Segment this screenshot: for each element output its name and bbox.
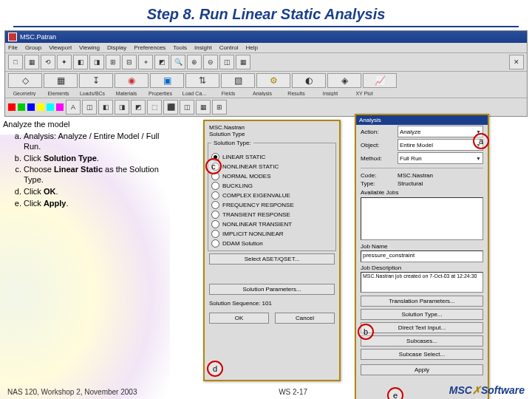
solution-type-option[interactable]: TRANSIENT RESPONSE	[211, 210, 332, 219]
tool-button[interactable]: □	[8, 55, 23, 69]
color-swatch[interactable]	[8, 103, 16, 111]
tool-button[interactable]: ◩	[131, 100, 146, 115]
solution-parameters-button[interactable]: Solution Parameters...	[209, 284, 335, 295]
solution-type-option[interactable]: FREQUENCY RESPONSE	[211, 200, 332, 210]
tool-button[interactable]: ◧	[98, 100, 113, 115]
instruction-item: Click OK.	[24, 187, 173, 197]
tool-button[interactable]: ◨	[115, 100, 129, 115]
instructions: Analyze the model Analysis: Analyze / En…	[3, 120, 173, 211]
ok-button[interactable]: OK	[209, 313, 269, 324]
tab-results[interactable]: ◐	[292, 73, 326, 88]
tool-button[interactable]: ◩	[154, 55, 169, 69]
menu-item[interactable]: Group	[25, 44, 41, 51]
color-swatch[interactable]	[37, 103, 44, 111]
subcases-button[interactable]: Subcases...	[361, 335, 483, 347]
tab-label: Analysis	[246, 91, 279, 96]
action-dropdown[interactable]: Analyze▼	[398, 126, 483, 137]
tool-button[interactable]: ⌖	[138, 55, 153, 69]
direct-text-button[interactable]: Direct Text Input...	[361, 322, 483, 333]
object-dropdown[interactable]: Entire Model▼	[398, 139, 483, 151]
solution-type-option[interactable]: DDAM Solution	[211, 239, 332, 248]
tool-button[interactable]: ▦	[196, 100, 211, 115]
radio-label: NONLINEAR STATIC	[222, 163, 279, 170]
tab-materials[interactable]: ◉	[115, 73, 149, 88]
radio-label: IMPLICIT NONLINEAR	[222, 231, 284, 237]
tool-button[interactable]: 🔍	[171, 55, 185, 69]
tool-button[interactable]: ◧	[73, 55, 88, 69]
tab-label: Results	[280, 91, 313, 96]
menu-item[interactable]: Control	[219, 44, 239, 51]
menu-item[interactable]: Tools	[173, 44, 187, 51]
menu-item[interactable]: Viewing	[79, 44, 100, 51]
menu-item[interactable]: File	[8, 44, 18, 51]
tab-label: Geometry	[8, 91, 41, 96]
jobname-input[interactable]: pressure_constraint	[361, 250, 483, 262]
tab-analysis[interactable]: ⚙	[256, 73, 290, 88]
solution-type-option[interactable]: NONLINEAR STATIC	[211, 162, 332, 171]
tab-label: Fields	[212, 91, 245, 96]
cancel-button[interactable]: Cancel	[275, 313, 335, 324]
solution-type-option[interactable]: COMPLEX EIGENVALUE	[211, 191, 332, 200]
tab-loads[interactable]: ↧	[79, 73, 113, 88]
apply-button[interactable]: Apply	[361, 364, 483, 375]
menu-item[interactable]: Preferences	[134, 44, 166, 51]
tool-button[interactable]: ◫	[219, 55, 234, 69]
tool-button[interactable]: ▦	[24, 55, 39, 69]
tab-label: Materials	[110, 91, 143, 96]
tool-button[interactable]: ⊞	[106, 55, 120, 69]
color-swatch[interactable]	[18, 103, 25, 111]
solution-type-option[interactable]: BUCKLING	[211, 181, 332, 191]
tool-button[interactable]: ⊕	[187, 55, 202, 69]
solution-type-option[interactable]: NONLINEAR TRANSIENT	[211, 219, 332, 229]
menu-item[interactable]: Insight	[194, 44, 212, 51]
subcase-select-button[interactable]: Subcase Select...	[361, 349, 483, 360]
radio-icon	[211, 182, 219, 190]
radio-label: COMPLEX EIGENVALUE	[222, 192, 290, 199]
tab-label: XY Plot	[348, 91, 381, 96]
tab-loadcases[interactable]: ⇅	[185, 73, 219, 88]
tab-properties[interactable]: ▣	[150, 73, 184, 88]
jobname-label: Job Name	[356, 242, 488, 250]
tool-button[interactable]: ⊞	[212, 100, 227, 115]
method-dropdown[interactable]: Full Run▼	[398, 152, 483, 164]
tool-button[interactable]: ✕	[509, 55, 524, 69]
jobdesc-input[interactable]: MSC.Nastran job created on 7-Oct-03 at 1…	[361, 272, 483, 293]
tool-button[interactable]: ⟲	[41, 55, 55, 69]
available-jobs-list[interactable]	[361, 197, 483, 240]
solution-type-option[interactable]: LINEAR STATIC	[211, 152, 332, 162]
callout-a: a	[473, 133, 489, 149]
tab-xyplot[interactable]: 📈	[363, 73, 397, 88]
tab-insight[interactable]: ◈	[327, 73, 361, 88]
aset-button[interactable]: Select ASET/QSET...	[209, 253, 335, 265]
tool-button[interactable]: ◫	[82, 100, 97, 115]
tool-button[interactable]: ⬛	[163, 100, 178, 115]
tool-button[interactable]: A	[66, 100, 81, 115]
menu-item[interactable]: Display	[107, 44, 126, 51]
solution-type-option[interactable]: NORMAL MODES	[211, 171, 332, 181]
instruction-item: Choose Linear Static as the Solution Typ…	[24, 165, 173, 185]
tool-button[interactable]: ◫	[180, 100, 194, 115]
app-title: MSC.Patran	[20, 33, 56, 41]
solution-type-button[interactable]: Solution Type...	[361, 309, 483, 320]
tool-button[interactable]: ◨	[89, 55, 104, 69]
group-title: Solution Type:	[211, 140, 253, 146]
solution-type-option[interactable]: IMPLICIT NONLINEAR	[211, 229, 332, 239]
tab-geometry[interactable]: ◇	[8, 73, 42, 88]
color-swatch[interactable]	[27, 103, 35, 111]
translation-params-button[interactable]: Translation Parameters...	[361, 296, 483, 307]
field-label: Code:	[361, 172, 395, 179]
chevron-down-icon: ▼	[476, 156, 481, 161]
tool-button[interactable]: ⊟	[122, 55, 137, 69]
menu-item[interactable]: Help	[245, 44, 257, 51]
tool-button[interactable]: ✦	[57, 55, 72, 69]
tool-button[interactable]: ⬚	[147, 100, 162, 115]
menu-item[interactable]: Viewport	[49, 44, 72, 51]
tool-button[interactable]: ⊖	[203, 55, 218, 69]
color-swatch[interactable]	[47, 103, 54, 111]
tab-elements[interactable]: ▦	[44, 73, 78, 88]
tab-fields[interactable]: ▧	[221, 73, 255, 88]
menubar[interactable]: File Group Viewport Viewing Display Pref…	[5, 43, 527, 52]
field-label: Action:	[361, 129, 395, 135]
color-swatch[interactable]	[56, 103, 64, 111]
tool-button[interactable]: ▦	[236, 55, 250, 69]
